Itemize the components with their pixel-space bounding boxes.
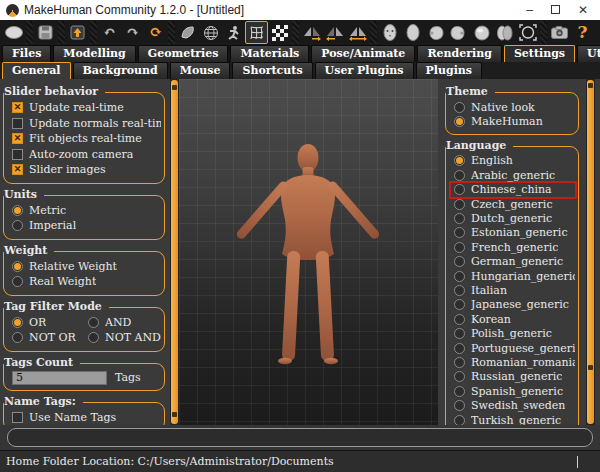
checkbox-option[interactable]: Use Name Tags [9,410,161,426]
radio-icon [454,328,465,339]
save-button[interactable] [34,21,57,44]
radio-option[interactable]: Relative Weight [9,259,161,275]
language-radio-option[interactable]: Portuguese_generic [451,341,575,355]
symmetry-left-button[interactable] [323,21,346,44]
front-view-button[interactable] [378,21,401,44]
undo-icon: ↶ [103,25,116,40]
radio-icon [454,213,465,224]
reset-camera-button[interactable] [516,21,539,44]
help-button[interactable]: ? [571,21,594,44]
option-label: Metric [29,204,66,217]
sub-tab[interactable]: General [2,62,71,79]
language-radio-option[interactable]: Dutch_generic [451,211,575,225]
background-checker-button[interactable] [268,21,291,44]
language-radio-option[interactable]: Arabic_generic [451,168,575,182]
side-view-button[interactable] [401,21,424,44]
orthographic-views-button[interactable] [493,21,516,44]
close-button[interactable]: ✕ [578,4,588,16]
symmetry-mirror-button[interactable] [346,21,369,44]
toolbar-separator [168,21,175,44]
grab-screenshot-button[interactable] [548,21,571,44]
checkbox-option[interactable]: Auto-zoom camera [9,147,161,163]
checkbox-option[interactable]: Update normals real-time [9,116,161,132]
radio-option[interactable]: Imperial [9,218,161,234]
language-radio-option[interactable]: Romanian_romania [451,355,575,369]
checkbox-option[interactable]: Update real-time [9,100,161,116]
minimize-button[interactable]: – [526,4,533,16]
scrollbar-grip-icon [172,85,177,90]
radio-option[interactable]: Metric [9,203,161,219]
radio-icon [88,332,99,343]
right-panel-scrollbar[interactable] [586,79,595,425]
radio-option[interactable]: NOT OR [9,330,85,346]
language-radio-option[interactable]: Russian_generic [451,370,575,384]
language-radio-option[interactable]: Japanese_generic [451,298,575,312]
main-tab[interactable]: Geometries [138,45,229,62]
scrollbar-thumb[interactable] [171,80,178,424]
wireframe-icon [203,25,219,41]
smooth-shading-button[interactable] [176,21,199,44]
option-label: Update normals real-time [29,117,161,130]
main-tab[interactable]: Materials [230,45,309,62]
main-tab[interactable]: Modelling [53,45,135,62]
radio-option[interactable]: OR [9,315,85,331]
toolbar: ↶ ↷ ⟳ [0,20,600,45]
main-tab[interactable]: Files [2,45,51,62]
redo-button[interactable]: ↷ [121,21,144,44]
checkbox-option[interactable]: Slider images [9,162,161,178]
sub-tab[interactable]: Shortcuts [232,62,312,79]
new-mesh-button[interactable] [2,21,25,44]
language-radio-option[interactable]: Chinese_china [451,183,575,197]
radio-icon [12,276,23,287]
scrollbar-thumb[interactable] [587,80,594,424]
sub-tab[interactable]: Plugins [416,62,483,79]
top-view-button[interactable] [470,21,493,44]
scrollbar-grip-icon [172,412,177,417]
language-radio-option[interactable]: Estonian_generic [451,226,575,240]
undo-button[interactable]: ↶ [98,21,121,44]
radio-option[interactable]: AND [85,315,161,331]
radio-option[interactable]: NOT AND [85,330,161,346]
language-radio-option[interactable]: English [451,154,575,168]
main-tab[interactable]: Settings [504,45,575,62]
main-tab[interactable]: Rendering [417,45,502,62]
language-radio-option[interactable]: Hungarian_generic [451,269,575,283]
reload-button[interactable]: ⟳ [144,21,167,44]
sub-tab[interactable]: User Plugins [315,62,414,79]
toolbar-separator [58,21,65,44]
wireframe-button[interactable] [199,21,222,44]
language-radio-option[interactable]: German_generic [451,255,575,269]
tags-count-input[interactable] [12,371,107,385]
face-right-view-button[interactable] [447,21,470,44]
main-tab-bar: FilesModellingGeometriesMaterialsPose/An… [0,45,600,62]
language-radio-option[interactable]: Italian [451,283,575,297]
language-radio-option[interactable]: Czech_generic [451,197,575,211]
main-tab[interactable]: Utilities [577,45,600,62]
sub-tab[interactable]: Background [73,62,168,79]
language-radio-option[interactable]: Turkish_generic [451,413,575,425]
skeleton-button[interactable] [222,21,245,44]
load-button[interactable] [66,21,89,44]
human-model[interactable] [233,141,383,369]
face-left-view-button[interactable] [424,21,447,44]
viewport-3d[interactable] [179,79,438,425]
left-panel-scrollbar[interactable] [170,79,179,425]
checkbox-option[interactable]: Fit objects real-time [9,131,161,147]
grid-button[interactable] [245,21,268,44]
main-tab[interactable]: Pose/Animate [311,45,415,62]
option-label: OR [29,316,46,329]
radio-icon [454,102,465,113]
orthographic-views-icon [496,25,513,41]
sub-tab[interactable]: Mouse [170,62,231,79]
group-title: Weight [4,244,54,257]
maximize-button[interactable] [551,4,560,16]
symmetry-right-button[interactable] [300,21,323,44]
radio-option[interactable]: Native look [451,100,575,114]
language-radio-option[interactable]: Swedish_sweden [451,398,575,412]
language-radio-option[interactable]: Korean [451,312,575,326]
radio-option[interactable]: MakeHuman [451,114,575,128]
language-radio-option[interactable]: French_generic [451,240,575,254]
language-radio-option[interactable]: Polish_generic [451,326,575,340]
radio-option[interactable]: Real Weight [9,274,161,290]
language-radio-option[interactable]: Spanish_generic [451,384,575,398]
